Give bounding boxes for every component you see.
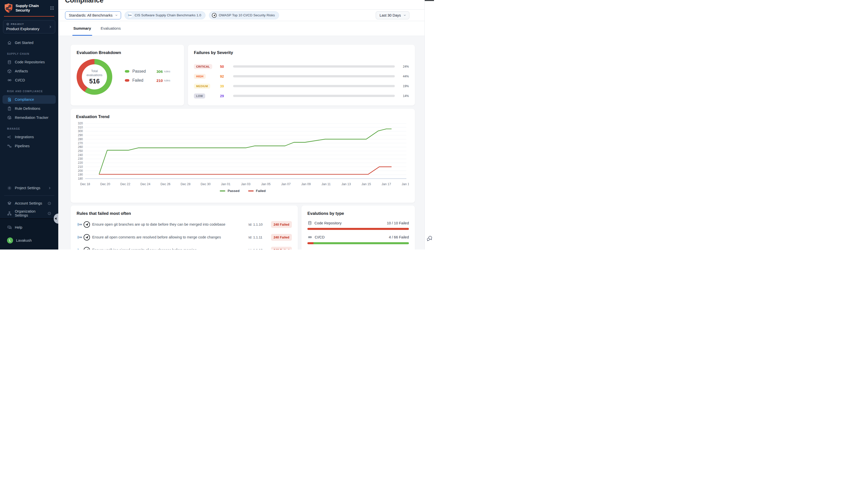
sidebar-item-label: Account Settings xyxy=(15,201,42,205)
box-icon xyxy=(7,69,12,74)
org-chart-icon xyxy=(7,211,12,216)
x-axis-label: Jan 13 xyxy=(341,182,351,186)
chat-bubbles-icon[interactable] xyxy=(426,235,433,242)
severity-count: 50 xyxy=(220,64,233,69)
pipelines-icon xyxy=(7,144,12,148)
severity-bar-track xyxy=(233,95,395,97)
sidebar-item-label: Artifacts xyxy=(15,69,28,73)
sidebar-divider xyxy=(4,195,54,196)
y-axis-label: 310 xyxy=(78,126,83,129)
sidebar-item-get-started[interactable]: Get Started xyxy=(2,38,56,47)
info-icon[interactable] xyxy=(48,202,51,205)
brand-accent-rule xyxy=(4,16,54,16)
failed-count-badge: 240 Failed xyxy=(271,221,292,228)
infinity-icon xyxy=(307,235,312,240)
main-area: Compliance Standards: All Benchmarks CIS xyxy=(58,0,424,250)
rules-failed-most-card: Rules that failed most often CISEnsure o… xyxy=(71,206,298,250)
filter-bar: Standards: All Benchmarks CIS CIS Softwa… xyxy=(58,10,424,21)
sidebar-item-project-settings[interactable]: Project Settings xyxy=(2,183,56,193)
rule-row-2[interactable]: CISEnsure all open comments are resolved… xyxy=(77,232,292,242)
trend-legend-failed: Failed xyxy=(248,189,266,193)
chevron-right-icon xyxy=(49,25,52,29)
svg-text:CIS: CIS xyxy=(129,14,132,16)
y-axis-label: 270 xyxy=(78,142,83,145)
type-failed-value: 10 / 10 Failed xyxy=(387,221,409,225)
severity-percent: 14% xyxy=(395,94,409,98)
y-axis-label: 300 xyxy=(78,130,83,133)
x-axis-label: Jan 03 xyxy=(241,182,251,186)
nav-section-title: RISK AND COMPLIANCE xyxy=(0,85,58,95)
rule-id: Id: 1.1.12 xyxy=(248,248,271,250)
sidebar-item-organization-settings[interactable]: Organization Settings xyxy=(2,209,56,218)
standards-dropdown[interactable]: Standards: All Benchmarks xyxy=(65,11,121,19)
date-range-dropdown[interactable]: Last 30 Days xyxy=(376,11,409,19)
nav-section-title: SUPPLY CHAIN xyxy=(0,48,58,57)
svg-text:CIS: CIS xyxy=(79,236,82,239)
failures-by-severity-card: Failures by Severity CRITICAL5024%HIGH92… xyxy=(188,45,415,106)
severity-chip: HIGH xyxy=(194,74,206,79)
x-axis-label: Dec 24 xyxy=(140,182,150,186)
y-axis-label: 320 xyxy=(78,122,83,125)
passed-marker xyxy=(125,70,129,73)
x-axis-label: Jan 01 xyxy=(221,182,231,186)
severity-row-low: LOW2914% xyxy=(194,91,409,101)
x-axis-label: Jan 11 xyxy=(322,182,331,186)
sidebar-item-account-settings[interactable]: Account Settings xyxy=(2,199,56,208)
tab-evaluations[interactable]: Evaluations xyxy=(101,21,121,36)
sidebar-item-integrations[interactable]: Integrations xyxy=(2,133,56,141)
severity-chip: MEDIUM xyxy=(194,84,210,89)
sidebar-item-code-repositories[interactable]: Code Repositories xyxy=(2,58,56,66)
trend-legend: Passed Failed xyxy=(76,189,409,193)
clipboard-icon xyxy=(7,106,12,111)
page-title: Compliance xyxy=(65,0,103,4)
window-edge-strip xyxy=(425,0,434,1)
project-cube-icon xyxy=(6,23,9,26)
filter-chip-cis[interactable]: CIS CIS Software Supply Chain Benchmarks… xyxy=(125,11,206,19)
severity-count: 92 xyxy=(220,74,233,78)
severity-chip: LOW xyxy=(194,94,205,98)
trend-line-failed xyxy=(99,167,391,174)
sidebar-item-help[interactable]: ? Help xyxy=(2,223,56,232)
x-axis-label: Dec 28 xyxy=(181,182,191,186)
sidebar-item-compliance[interactable]: Compliance xyxy=(2,95,56,104)
home-icon xyxy=(7,40,12,45)
info-icon[interactable] xyxy=(48,211,51,215)
type-row-code-repository: Code Repository10 / 10 Failed xyxy=(307,221,409,230)
rule-text: Ensure all open comments are resolved be… xyxy=(92,235,248,239)
y-axis-label: 210 xyxy=(78,165,83,169)
x-axis-label: Dec 18 xyxy=(80,182,90,186)
sidebar-item-ci-cd[interactable]: CI/CD xyxy=(2,76,56,84)
x-axis-label: Dec 22 xyxy=(120,182,131,186)
y-axis-label: 220 xyxy=(78,161,83,165)
severity-count: 29 xyxy=(220,94,233,98)
sidebar-item-label: Remediation Tracker xyxy=(15,115,49,120)
sidebar-item-pipelines[interactable]: Pipelines xyxy=(2,142,56,150)
legend-passed-row: Passed 306 rules xyxy=(125,69,170,74)
sidebar-item-label: Compliance xyxy=(15,97,34,101)
help-chat-icon: ? xyxy=(7,225,12,230)
sidebar-item-label: Get Started xyxy=(15,41,34,45)
sidebar-item-remediation-tracker[interactable]: Remediation Tracker xyxy=(2,113,56,122)
sidebar-item-artifacts[interactable]: Artifacts xyxy=(2,67,56,75)
page-header: Compliance xyxy=(58,0,424,10)
rule-row-3[interactable]: CISEnsure verifying signed commits of ne… xyxy=(77,245,292,250)
sidebar-item-label: Organization Settings xyxy=(15,209,45,217)
user-menu[interactable]: L Lavakush xyxy=(2,236,56,245)
sidebar-item-label: CI/CD xyxy=(15,78,25,82)
trend-line-passed xyxy=(99,129,391,174)
type-label: Code Repository xyxy=(314,221,342,225)
type-bar xyxy=(307,228,409,230)
rule-row-1[interactable]: CISEnsure open git branches are up to da… xyxy=(77,219,292,229)
owasp-icon xyxy=(83,221,90,228)
app-launcher-grid-icon[interactable] xyxy=(50,6,54,10)
severity-chip: CRITICAL xyxy=(194,64,212,69)
owasp-icon xyxy=(83,247,90,250)
filter-chip-owasp[interactable]: OWASP Top 10 CI/CD Security Risks xyxy=(209,11,279,19)
sidebar-item-rule-definitions[interactable]: Rule Definitions xyxy=(2,104,56,113)
project-selector[interactable]: PROJECT Product Exploratory xyxy=(3,20,55,34)
tab-summary[interactable]: Summary xyxy=(73,21,91,36)
rules-list: CISEnsure open git branches are up to da… xyxy=(77,219,292,250)
sidebar-bottom: ? Help L Lavakush xyxy=(0,218,58,250)
trend-svg: 1801902002102202302402502602702802903003… xyxy=(76,119,409,187)
app-window: Supply ChainSecurity PR xyxy=(0,0,434,250)
